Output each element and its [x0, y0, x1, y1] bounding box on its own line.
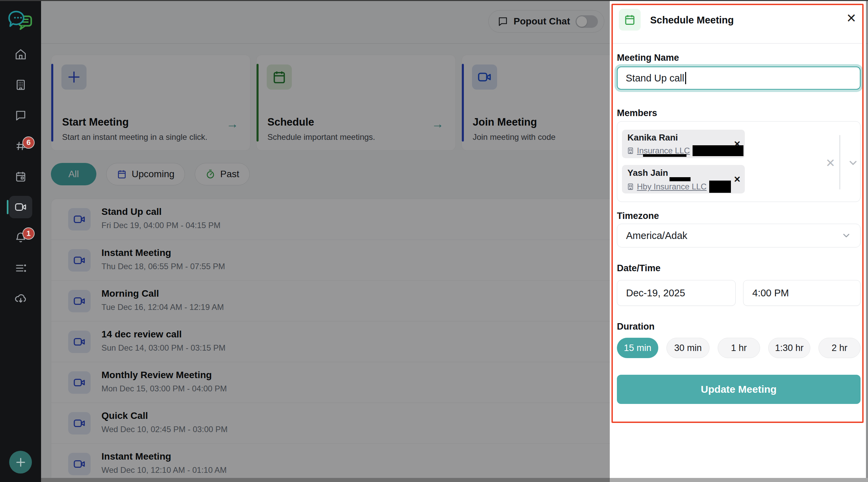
sidebar-item-calendar[interactable]	[0, 164, 41, 189]
duration-options: 15 min 30 min 1 hr 1:30 hr 2 hr	[617, 338, 861, 358]
chevron-down-icon	[841, 230, 851, 241]
redaction-bar	[643, 154, 686, 157]
building-icon	[15, 79, 27, 91]
duration-30min[interactable]: 30 min	[666, 338, 710, 358]
timezone-label: Timezone	[617, 211, 659, 221]
channels-badge: 6	[22, 136, 35, 149]
building-icon	[627, 147, 634, 154]
building-icon	[627, 183, 634, 190]
calendar-icon	[619, 9, 641, 31]
date-value: Dec-19, 2025	[626, 288, 685, 299]
remove-member-icon[interactable]: ✕	[734, 174, 741, 184]
video-camera-icon	[14, 201, 27, 214]
sidebar-item-cloud[interactable]	[0, 286, 41, 311]
sidebar-item-channels[interactable]: 6	[0, 134, 41, 158]
duration-1hr[interactable]: 1 hr	[718, 338, 760, 358]
sidebar-item-tasks[interactable]	[0, 256, 41, 280]
sidebar-item-meetings[interactable]	[0, 195, 41, 219]
sidebar: 6 1	[0, 0, 41, 482]
member-name: Kanika Rani	[627, 132, 678, 143]
cloud-download-icon	[14, 292, 27, 305]
window-bottom-edge	[41, 478, 868, 482]
time-value: 4:00 PM	[752, 288, 789, 299]
member-company: Hby Insurance LLC	[637, 182, 706, 191]
redaction-bar	[709, 181, 731, 193]
members-select[interactable]: Kanika Rani Insurance LLC ✕ Yash Jain Hb…	[617, 121, 861, 202]
duration-label: Duration	[617, 321, 655, 332]
member-chip: Kanika Rani Insurance LLC ✕	[622, 130, 745, 158]
sidebar-item-home[interactable]	[0, 42, 41, 67]
new-action-button[interactable]	[9, 451, 32, 474]
calendar-icon	[15, 170, 27, 183]
datetime-label: Date/Time	[617, 263, 661, 274]
list-icon	[15, 262, 27, 274]
clear-members-icon[interactable]: ✕	[826, 156, 835, 170]
member-name: Yash Jain	[627, 168, 668, 178]
divider	[839, 135, 840, 189]
home-icon	[15, 48, 27, 60]
app-logo-icon	[7, 7, 34, 35]
duration-130hr[interactable]: 1:30 hr	[768, 338, 810, 358]
sidebar-item-chat[interactable]	[0, 103, 41, 128]
update-meeting-button[interactable]: Update Meeting	[617, 375, 861, 404]
window-top-edge	[0, 0, 868, 1]
time-input[interactable]: 4:00 PM	[743, 280, 861, 306]
chat-bubble-icon	[15, 109, 27, 122]
sidebar-item-notifications[interactable]: 1	[0, 225, 41, 250]
sidebar-item-office[interactable]	[0, 73, 41, 97]
meeting-name-label: Meeting Name	[617, 53, 679, 63]
divider	[613, 43, 862, 44]
member-chip: Yash Jain Hby Insurance LLC ✕	[622, 165, 745, 193]
meeting-name-input[interactable]: Stand Up call	[617, 67, 861, 90]
chevron-down-icon[interactable]	[847, 157, 859, 170]
members-label: Members	[617, 108, 657, 118]
notifications-badge: 1	[22, 227, 35, 240]
duration-15min[interactable]: 15 min	[617, 338, 658, 358]
plus-icon	[15, 457, 26, 468]
remove-member-icon[interactable]: ✕	[734, 139, 741, 149]
app-window: 6 1 Popout Chat	[0, 0, 868, 482]
text-cursor	[685, 72, 686, 84]
meeting-name-value: Stand Up call	[626, 73, 684, 84]
panel-title: Schedule Meeting	[650, 15, 734, 26]
date-input[interactable]: Dec-19, 2025	[617, 280, 736, 306]
timezone-select[interactable]: America/Adak	[617, 224, 861, 247]
timezone-value: America/Adak	[626, 230, 687, 241]
duration-2hr[interactable]: 2 hr	[818, 338, 861, 358]
schedule-meeting-panel: Schedule Meeting ✕ Meeting Name Stand Up…	[610, 1, 866, 478]
close-icon[interactable]: ✕	[846, 12, 856, 24]
